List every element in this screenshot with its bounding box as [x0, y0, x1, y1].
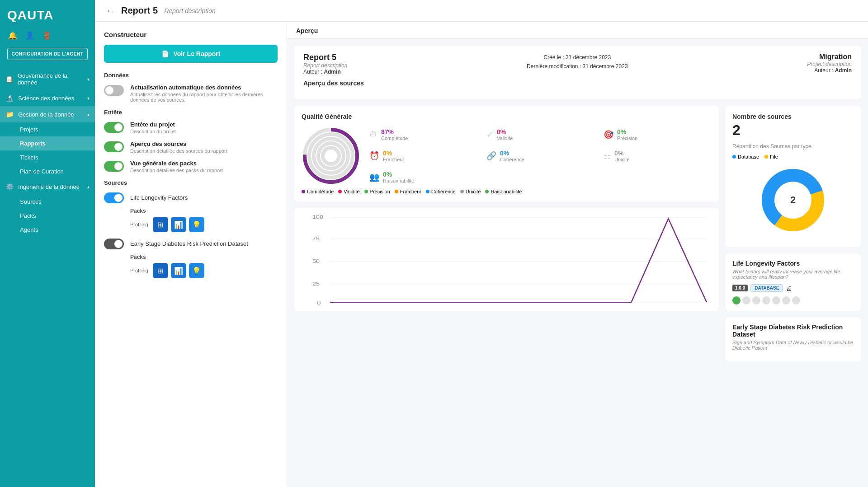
number-of-sources-card: Nombre de sources 2 Répartition des Sour…: [725, 106, 861, 247]
migration-author: Auteur : Admin: [807, 67, 852, 74]
qualite-title: Qualité Générale: [302, 113, 712, 120]
science-icon: 🔬: [5, 94, 14, 102]
source1-pack-btn-2[interactable]: 📊: [171, 217, 186, 232]
logo-text: QAUTA: [7, 8, 53, 23]
migration-title: Migration: [807, 53, 852, 61]
quality-inner: ⏱ 87% Complétude ✓: [302, 126, 712, 185]
validite-dot: [338, 190, 342, 193]
source1-packs-label: Packs: [130, 208, 278, 214]
validite-icon: ✓: [486, 130, 493, 140]
database-label: Database: [738, 154, 759, 159]
sidebar-item-packs[interactable]: Packs: [0, 209, 95, 223]
validite-stat: ✓ 0% Validité: [486, 126, 594, 143]
source2-pack-btn-3[interactable]: 💡: [189, 263, 204, 278]
coherence-stat: 🔗 0% Cohérence: [486, 148, 594, 164]
voir-rapport-button[interactable]: 📄 Voir Le Rapport: [104, 45, 278, 63]
source1-toggle[interactable]: [104, 192, 124, 203]
quality-card: Qualité Générale: [294, 106, 719, 201]
unicite-icon: ⚏: [604, 151, 611, 161]
raisonnabilite-value: 0%: [383, 171, 414, 178]
apercu-sources-toggle[interactable]: [104, 141, 124, 152]
svg-text:100: 100: [312, 214, 323, 220]
source2-info-card: Early Stage Diabetes Risk Prediction Dat…: [725, 317, 861, 361]
constructeur-title: Constructeur: [104, 31, 278, 38]
sidebar-item-ingenierie[interactable]: ⚙️ Ingénierie de la donnée ▴: [0, 178, 95, 195]
back-button[interactable]: ←: [106, 5, 115, 16]
coherence-dot: [426, 190, 429, 193]
auto-update-row: Actualisation automatique des données Ac…: [104, 84, 278, 103]
completude-label: Complétude: [381, 136, 408, 141]
left-quality-area: Qualité Générale: [294, 106, 719, 361]
migration-desc: Project description: [807, 61, 852, 67]
dot-gray-2: [752, 296, 760, 304]
apercu-sources-label: Aperçu des sources: [130, 140, 227, 147]
report-author: Auteur : Admin: [303, 69, 347, 75]
sources-count-title: Nombre de sources: [732, 113, 854, 120]
sidebar-item-gouvernance[interactable]: 📋 Gouvernance de la donnée ▾: [0, 68, 95, 90]
stats-grid: ⏱ 87% Complétude ✓: [369, 126, 712, 185]
unicite-label: Unicité: [614, 157, 630, 162]
agent-config-button[interactable]: CONFIGURATION DE L'AGENT: [7, 48, 88, 60]
line-chart-svg: 100 75 50 25 0: [301, 214, 712, 304]
sidebar-item-plan[interactable]: Plan de Curation: [0, 164, 95, 178]
sidebar-item-sources[interactable]: Sources: [0, 195, 95, 209]
content-area: Constructeur 📄 Voir Le Rapport Données A…: [95, 22, 868, 487]
auto-update-toggle[interactable]: [104, 85, 124, 96]
entete-projet-row: Entête du projet Description du projet: [104, 121, 278, 134]
unicite-dot: [460, 190, 464, 193]
fraicheur-value: 0%: [383, 150, 404, 157]
vue-generale-label: Vue générale des packs: [130, 160, 223, 167]
sidebar-item-projets[interactable]: Projets: [0, 122, 95, 136]
chevron-up-icon: ▴: [87, 184, 90, 189]
dot-gray-4: [772, 296, 780, 304]
fraicheur-stat: ⏰ 0% Fraîcheur: [369, 148, 477, 164]
raisonnabilite-dot: [485, 190, 489, 193]
right-panel: Aperçu Report 5 Report description Auteu…: [287, 22, 868, 487]
legend-completude: Complétude: [302, 189, 334, 194]
sidebar-top-icons: 🔔 👤 🚪: [0, 27, 95, 45]
apercu-sources-desc: Description détaillée des sources du rap…: [130, 148, 227, 154]
coherence-icon: 🔗: [486, 151, 496, 161]
source2-pack-btn-2[interactable]: 📊: [171, 263, 186, 278]
completude-dot: [302, 190, 305, 193]
source2-toggle[interactable]: [104, 239, 124, 249]
legend-row: Complétude Validité Précision: [302, 189, 712, 194]
vue-generale-toggle[interactable]: [104, 161, 124, 172]
user-icon[interactable]: 👤: [24, 30, 35, 41]
report-subdesc: Report description: [303, 62, 347, 69]
unicite-stat: ⚏ 0% Unicité: [604, 148, 712, 164]
notification-icon[interactable]: 🔔: [7, 30, 18, 41]
sidebar-item-science[interactable]: 🔬 Science des données ▾: [0, 90, 95, 106]
legend-raisonnabilite-label: Raisonnabilité: [491, 189, 522, 194]
precision-icon: 🎯: [604, 130, 613, 140]
svg-text:0: 0: [317, 300, 321, 304]
validite-value: 0%: [497, 128, 513, 136]
raisonnabilite-icon: 👥: [369, 172, 379, 182]
main-content: ← Report 5 Report description Constructe…: [95, 0, 868, 487]
source1-info-card: Life Longevity Factors What factors will…: [725, 253, 861, 311]
completude-icon: ⏱: [369, 130, 377, 140]
sidebar-item-rapports[interactable]: Rapports: [0, 136, 95, 150]
source1-card-title: Life Longevity Factors: [732, 260, 854, 267]
sidebar-item-agents[interactable]: Agents: [0, 223, 95, 237]
line-chart-area: 100 75 50 25 0: [294, 208, 719, 311]
coherence-label: Cohérence: [500, 157, 524, 162]
source1-profiling-label: Profiling: [130, 217, 148, 232]
page-title: Report 5: [121, 5, 158, 16]
entete-projet-toggle[interactable]: [104, 122, 124, 133]
gouvernance-icon: 📋: [5, 75, 13, 83]
two-col-layout: Qualité Générale: [294, 106, 861, 361]
source2-pack-btn-1[interactable]: ⊞: [153, 263, 168, 278]
legend-completude-label: Complétude: [307, 189, 334, 194]
source1-pack-btn-3[interactable]: 💡: [189, 217, 204, 232]
legend-file: File: [764, 154, 778, 159]
logout-icon[interactable]: 🚪: [42, 30, 52, 41]
report-description: Report description: [164, 7, 216, 14]
legend-precision-label: Précision: [370, 189, 390, 194]
entete-projet-desc: Description du projet: [130, 129, 176, 134]
file-label: File: [770, 154, 778, 159]
precision-dot: [364, 190, 368, 193]
source1-pack-btn-1[interactable]: ⊞: [153, 217, 168, 232]
sidebar-item-gestion[interactable]: 📁 Gestion de la donnée ▴: [0, 106, 95, 122]
sidebar-item-tickets[interactable]: Tickets: [0, 150, 95, 164]
